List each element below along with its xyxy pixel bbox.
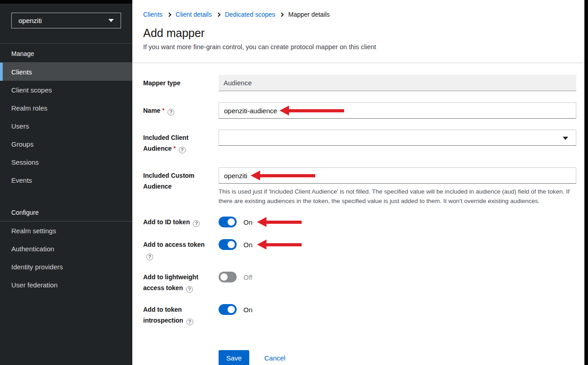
included-client-audience-select[interactable] bbox=[219, 129, 576, 146]
toggle-row-add-to-token-introspection: Add to token introspection? On bbox=[143, 304, 576, 326]
add-to-token-introspection-label: Add to token introspection? bbox=[143, 304, 211, 326]
sidebar-item-sessions[interactable]: Sessions bbox=[0, 153, 132, 171]
toggle-state-label: On bbox=[243, 218, 252, 226]
breadcrumb: Clients Client details Dedicated scopes … bbox=[143, 11, 574, 18]
sidebar-item-groups[interactable]: Groups bbox=[0, 135, 132, 153]
breadcrumb-clients[interactable]: Clients bbox=[143, 11, 163, 18]
sidebar-item-users[interactable]: Users bbox=[0, 117, 132, 135]
help-icon[interactable]: ? bbox=[146, 254, 153, 260]
sidebar: openziti Manage Clients Client scopes Re… bbox=[0, 0, 132, 365]
chevron-right-icon bbox=[167, 13, 171, 17]
chevron-right-icon bbox=[280, 13, 284, 17]
save-button[interactable]: Save bbox=[219, 350, 249, 365]
annotation-arrow bbox=[251, 171, 315, 180]
page-subtitle: If you want more fine-grain control, you… bbox=[143, 43, 574, 51]
page-header: Clients Client details Dedicated scopes … bbox=[132, 0, 584, 63]
name-label: Name*? bbox=[143, 102, 211, 116]
form-actions: Save Cancel bbox=[143, 350, 576, 365]
help-icon[interactable]: ? bbox=[186, 286, 193, 293]
included-custom-audience-field[interactable]: openziti bbox=[219, 167, 576, 184]
nav-group-configure: Configure Realm settings Authentication … bbox=[0, 203, 132, 294]
help-icon[interactable]: ? bbox=[168, 109, 174, 116]
annotation-arrow bbox=[257, 217, 302, 227]
toggle-row-add-to-lightweight-access-token: Add to lightweight access token? Off bbox=[143, 272, 576, 293]
scrollbar[interactable] bbox=[584, 0, 588, 365]
breadcrumb-dedicated-scopes[interactable]: Dedicated scopes bbox=[225, 11, 275, 18]
breadcrumb-mapper-details: Mapper details bbox=[288, 11, 330, 18]
mapper-type-label: Mapper type bbox=[143, 75, 211, 88]
add-to-id-token-label: Add to ID token? bbox=[143, 217, 211, 227]
nav-group-configure-title: Configure bbox=[0, 203, 132, 222]
field-row-name: Name*? openziti-audience bbox=[143, 102, 576, 119]
page-title: Add mapper bbox=[143, 27, 574, 40]
included-custom-audience-helper: This is used just if 'Included Client Au… bbox=[219, 187, 576, 206]
required-asterisk: * bbox=[162, 107, 164, 114]
nav-group-manage: Manage Clients Client scopes Realm roles… bbox=[0, 44, 132, 189]
mapper-type-field: Audience bbox=[219, 75, 576, 91]
add-to-access-token-toggle[interactable] bbox=[219, 239, 237, 250]
chevron-down-icon bbox=[563, 137, 568, 140]
nav-group-manage-title: Manage bbox=[0, 44, 132, 63]
sidebar-item-realm-settings[interactable]: Realm settings bbox=[0, 222, 132, 240]
main-content: Clients Client details Dedicated scopes … bbox=[132, 0, 584, 365]
help-icon[interactable]: ? bbox=[187, 319, 193, 325]
sidebar-item-clients[interactable]: Clients bbox=[0, 63, 132, 81]
help-icon[interactable]: ? bbox=[193, 220, 200, 227]
annotation-arrow bbox=[257, 240, 302, 249]
included-client-audience-label: Included Client Audience*? bbox=[143, 129, 211, 154]
sidebar-item-user-federation[interactable]: User federation bbox=[0, 276, 132, 294]
cancel-link[interactable]: Cancel bbox=[264, 354, 285, 362]
field-row-mapper-type: Mapper type Audience bbox=[143, 75, 576, 91]
sidebar-item-authentication[interactable]: Authentication bbox=[0, 240, 132, 258]
field-row-included-custom-audience: Included Custom Audience openziti This i… bbox=[143, 167, 576, 206]
breadcrumb-client-details[interactable]: Client details bbox=[176, 11, 212, 18]
chevron-down-icon bbox=[108, 19, 114, 22]
toggle-state-label: On bbox=[243, 241, 252, 249]
field-row-included-client-audience: Included Client Audience*? bbox=[143, 129, 576, 154]
toggle-row-add-to-access-token: Add to access token? On bbox=[143, 239, 576, 261]
toggle-row-add-to-id-token: Add to ID token? On bbox=[143, 217, 576, 227]
add-to-lightweight-access-token-label: Add to lightweight access token? bbox=[143, 272, 211, 293]
realm-selector[interactable]: openziti bbox=[11, 13, 121, 28]
add-to-lightweight-access-token-toggle[interactable] bbox=[219, 272, 237, 282]
add-to-id-token-toggle[interactable] bbox=[219, 217, 237, 227]
realm-selector-value: openziti bbox=[19, 17, 42, 24]
chevron-right-icon bbox=[216, 13, 221, 17]
add-to-token-introspection-toggle[interactable] bbox=[219, 304, 237, 315]
toggle-state-label: Off bbox=[243, 273, 252, 281]
required-asterisk: * bbox=[173, 145, 176, 152]
help-icon[interactable]: ? bbox=[179, 147, 186, 153]
sidebar-item-realm-roles[interactable]: Realm roles bbox=[0, 99, 132, 117]
included-custom-audience-label: Included Custom Audience bbox=[143, 167, 211, 192]
masthead-edge bbox=[0, 0, 132, 4]
sidebar-item-events[interactable]: Events bbox=[0, 171, 132, 189]
name-field[interactable]: openziti-audience bbox=[219, 102, 576, 119]
toggle-state-label: On bbox=[243, 306, 252, 314]
sidebar-item-client-scopes[interactable]: Client scopes bbox=[0, 81, 132, 99]
add-to-access-token-label: Add to access token? bbox=[143, 239, 211, 261]
sidebar-item-identity-providers[interactable]: Identity providers bbox=[0, 258, 132, 276]
annotation-arrow bbox=[280, 106, 344, 116]
realm-selector-section: openziti bbox=[0, 13, 132, 44]
add-mapper-form: Mapper type Audience Name*? openziti-aud… bbox=[132, 63, 584, 365]
